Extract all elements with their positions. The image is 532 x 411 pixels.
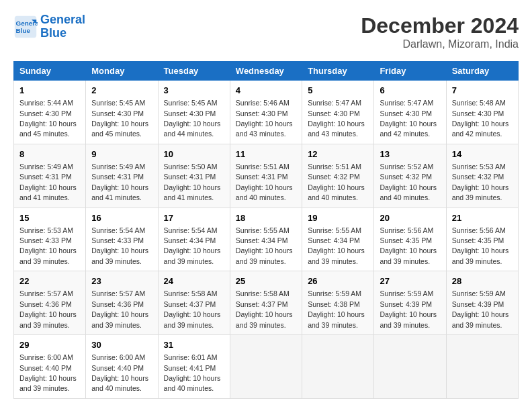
day-info: Sunrise: 5:45 AMSunset: 4:30 PMDaylight:… — [91, 99, 148, 138]
day-number: 7 — [452, 85, 513, 97]
calendar-cell: 10 Sunrise: 5:50 AMSunset: 4:31 PMDaylig… — [158, 144, 230, 208]
week-row-1: 1 Sunrise: 5:44 AMSunset: 4:30 PMDayligh… — [14, 81, 519, 144]
calendar-cell — [374, 335, 446, 399]
day-info: Sunrise: 6:01 AMSunset: 4:41 PMDaylight:… — [164, 353, 221, 392]
day-number: 6 — [380, 85, 440, 97]
day-info: Sunrise: 5:56 AMSunset: 4:35 PMDaylight:… — [452, 226, 509, 265]
calendar-cell: 3 Sunrise: 5:45 AMSunset: 4:30 PMDayligh… — [158, 81, 230, 144]
day-number: 9 — [91, 148, 152, 161]
calendar-cell: 25 Sunrise: 5:58 AMSunset: 4:37 PMDaylig… — [230, 271, 302, 335]
day-number: 18 — [236, 212, 296, 224]
calendar-cell: 5 Sunrise: 5:47 AMSunset: 4:30 PMDayligh… — [302, 81, 374, 144]
day-info: Sunrise: 5:58 AMSunset: 4:37 PMDaylight:… — [164, 289, 221, 328]
calendar-cell: 30 Sunrise: 6:00 AMSunset: 4:40 PMDaylig… — [86, 335, 158, 399]
day-info: Sunrise: 5:59 AMSunset: 4:38 PMDaylight:… — [308, 289, 365, 328]
day-info: Sunrise: 5:46 AMSunset: 4:30 PMDaylight:… — [236, 99, 293, 138]
day-info: Sunrise: 6:00 AMSunset: 4:40 PMDaylight:… — [91, 353, 148, 392]
day-number: 3 — [164, 85, 224, 97]
day-number: 27 — [380, 275, 440, 287]
day-info: Sunrise: 5:59 AMSunset: 4:39 PMDaylight:… — [452, 289, 509, 328]
day-number: 10 — [164, 148, 224, 161]
day-number: 5 — [308, 85, 368, 97]
calendar-cell: 14 Sunrise: 5:53 AMSunset: 4:32 PMDaylig… — [446, 144, 518, 208]
day-info: Sunrise: 5:55 AMSunset: 4:34 PMDaylight:… — [236, 226, 293, 265]
week-row-4: 22 Sunrise: 5:57 AMSunset: 4:36 PMDaylig… — [14, 271, 519, 335]
calendar-cell: 27 Sunrise: 5:59 AMSunset: 4:39 PMDaylig… — [374, 271, 446, 335]
calendar-cell: 12 Sunrise: 5:51 AMSunset: 4:32 PMDaylig… — [302, 144, 374, 208]
day-number: 12 — [308, 148, 368, 161]
day-number: 15 — [19, 212, 80, 224]
day-number: 31 — [164, 339, 224, 351]
calendar-cell: 18 Sunrise: 5:55 AMSunset: 4:34 PMDaylig… — [230, 208, 302, 271]
day-info: Sunrise: 5:55 AMSunset: 4:34 PMDaylight:… — [308, 226, 365, 265]
day-info: Sunrise: 5:58 AMSunset: 4:37 PMDaylight:… — [236, 289, 293, 328]
calendar: SundayMondayTuesdayWednesdayThursdayFrid… — [13, 61, 519, 399]
day-info: Sunrise: 5:51 AMSunset: 4:31 PMDaylight:… — [236, 163, 293, 201]
day-number: 30 — [91, 339, 152, 351]
header-friday: Friday — [374, 62, 446, 81]
calendar-cell: 13 Sunrise: 5:52 AMSunset: 4:32 PMDaylig… — [374, 144, 446, 208]
calendar-cell: 23 Sunrise: 5:57 AMSunset: 4:36 PMDaylig… — [86, 271, 158, 335]
day-number: 29 — [19, 339, 80, 351]
day-info: Sunrise: 5:44 AMSunset: 4:30 PMDaylight:… — [19, 99, 77, 138]
day-info: Sunrise: 5:54 AMSunset: 4:34 PMDaylight:… — [164, 226, 221, 265]
calendar-cell: 4 Sunrise: 5:46 AMSunset: 4:30 PMDayligh… — [230, 81, 302, 144]
subtitle: Darlawn, Mizoram, India — [361, 38, 519, 50]
day-info: Sunrise: 5:45 AMSunset: 4:30 PMDaylight:… — [164, 99, 221, 138]
day-number: 1 — [19, 85, 80, 97]
header-wednesday: Wednesday — [230, 62, 302, 81]
header-monday: Monday — [86, 62, 158, 81]
logo-icon: General Blue — [13, 15, 38, 39]
day-info: Sunrise: 5:50 AMSunset: 4:31 PMDaylight:… — [164, 163, 221, 201]
calendar-cell: 20 Sunrise: 5:56 AMSunset: 4:35 PMDaylig… — [374, 208, 446, 271]
day-info: Sunrise: 5:59 AMSunset: 4:39 PMDaylight:… — [380, 289, 437, 328]
day-info: Sunrise: 5:48 AMSunset: 4:30 PMDaylight:… — [452, 99, 509, 138]
day-number: 11 — [236, 148, 296, 161]
day-info: Sunrise: 5:57 AMSunset: 4:36 PMDaylight:… — [91, 289, 148, 328]
day-number: 21 — [452, 212, 513, 224]
calendar-cell: 6 Sunrise: 5:47 AMSunset: 4:30 PMDayligh… — [374, 81, 446, 144]
calendar-cell: 19 Sunrise: 5:55 AMSunset: 4:34 PMDaylig… — [302, 208, 374, 271]
calendar-cell: 24 Sunrise: 5:58 AMSunset: 4:37 PMDaylig… — [158, 271, 230, 335]
calendar-cell: 17 Sunrise: 5:54 AMSunset: 4:34 PMDaylig… — [158, 208, 230, 271]
header-thursday: Thursday — [302, 62, 374, 81]
calendar-cell — [230, 335, 302, 399]
calendar-cell: 1 Sunrise: 5:44 AMSunset: 4:30 PMDayligh… — [14, 81, 86, 144]
header-tuesday: Tuesday — [158, 62, 230, 81]
calendar-cell: 26 Sunrise: 5:59 AMSunset: 4:38 PMDaylig… — [302, 271, 374, 335]
calendar-cell — [302, 335, 374, 399]
calendar-cell: 15 Sunrise: 5:53 AMSunset: 4:33 PMDaylig… — [14, 208, 86, 271]
header: General Blue GeneralBlue December 2024 D… — [13, 13, 519, 50]
week-row-5: 29 Sunrise: 6:00 AMSunset: 4:40 PMDaylig… — [14, 335, 519, 399]
calendar-cell: 21 Sunrise: 5:56 AMSunset: 4:35 PMDaylig… — [446, 208, 518, 271]
day-number: 26 — [308, 275, 368, 287]
day-info: Sunrise: 5:47 AMSunset: 4:30 PMDaylight:… — [380, 99, 437, 138]
calendar-cell: 22 Sunrise: 5:57 AMSunset: 4:36 PMDaylig… — [14, 271, 86, 335]
day-number: 25 — [236, 275, 296, 287]
title-area: December 2024 Darlawn, Mizoram, India — [361, 13, 519, 50]
calendar-cell: 29 Sunrise: 6:00 AMSunset: 4:40 PMDaylig… — [14, 335, 86, 399]
day-number: 16 — [91, 212, 152, 224]
header-sunday: Sunday — [14, 62, 86, 81]
day-info: Sunrise: 5:53 AMSunset: 4:33 PMDaylight:… — [19, 226, 77, 265]
day-info: Sunrise: 5:54 AMSunset: 4:33 PMDaylight:… — [91, 226, 148, 265]
svg-text:Blue: Blue — [16, 27, 31, 34]
day-info: Sunrise: 5:52 AMSunset: 4:32 PMDaylight:… — [380, 163, 437, 201]
week-row-2: 8 Sunrise: 5:49 AMSunset: 4:31 PMDayligh… — [14, 144, 519, 208]
logo: General Blue GeneralBlue — [13, 13, 85, 40]
day-number: 2 — [91, 85, 152, 97]
calendar-cell: 31 Sunrise: 6:01 AMSunset: 4:41 PMDaylig… — [158, 335, 230, 399]
day-info: Sunrise: 5:47 AMSunset: 4:30 PMDaylight:… — [308, 99, 365, 138]
day-info: Sunrise: 5:57 AMSunset: 4:36 PMDaylight:… — [19, 289, 77, 328]
calendar-cell: 2 Sunrise: 5:45 AMSunset: 4:30 PMDayligh… — [86, 81, 158, 144]
day-info: Sunrise: 5:49 AMSunset: 4:31 PMDaylight:… — [91, 163, 148, 201]
day-info: Sunrise: 5:53 AMSunset: 4:32 PMDaylight:… — [452, 163, 509, 201]
calendar-cell: 7 Sunrise: 5:48 AMSunset: 4:30 PMDayligh… — [446, 81, 518, 144]
day-number: 23 — [91, 275, 152, 287]
day-number: 22 — [19, 275, 80, 287]
day-number: 4 — [236, 85, 296, 97]
logo-text: GeneralBlue — [40, 13, 85, 40]
day-info: Sunrise: 5:56 AMSunset: 4:35 PMDaylight:… — [380, 226, 437, 265]
day-number: 19 — [308, 212, 368, 224]
main-title: December 2024 — [361, 13, 519, 38]
